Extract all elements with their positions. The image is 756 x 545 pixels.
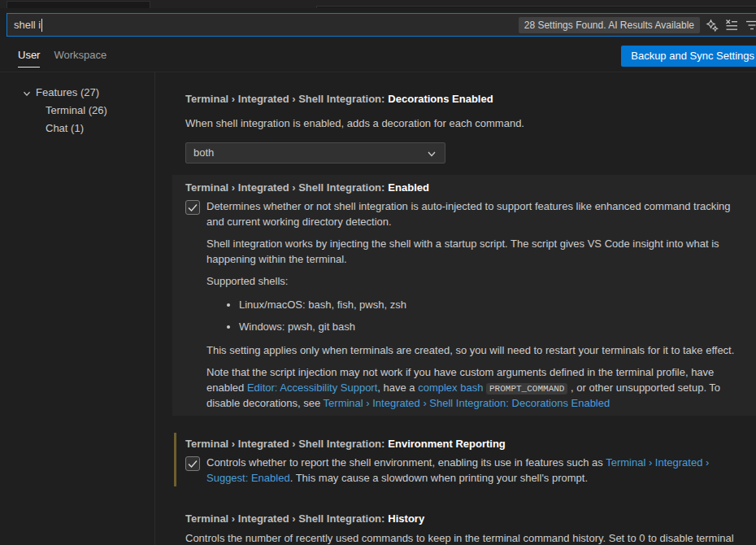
toc-count: (26)	[89, 104, 107, 116]
settings-search-input[interactable]: shell i 28 Settings Found. AI Results Av…	[7, 13, 756, 37]
setting-title: Terminal › Integrated › Shell Integratio…	[185, 437, 743, 451]
description-paragraph: Shell integration works by injecting the…	[206, 237, 743, 267]
sparkle-icon[interactable]	[706, 19, 719, 32]
bullet-item: Linux/macOS: bash, fish, pwsh, zsh	[239, 298, 743, 313]
text-caret	[41, 19, 42, 32]
setting-title-prefix: Terminal › Integrated › Shell Integratio…	[185, 93, 385, 105]
bullet-item: Windows: pwsh, git bash	[239, 320, 743, 335]
editor-tab-strip	[0, 0, 756, 8]
text-segment: . This may cause a slowdown when printin…	[290, 472, 588, 484]
code-chip: PROMPT_COMMAND	[486, 383, 567, 395]
settings-list: Terminal › Integrated › Shell Integratio…	[155, 72, 756, 545]
shell-integration-enabled-checkbox[interactable]	[185, 200, 200, 215]
tab-user[interactable]: User	[18, 49, 40, 68]
setting-title: Terminal › Integrated › Shell Integratio…	[185, 92, 743, 107]
settings-link[interactable]: Terminal › Integrated › Shell Integratio…	[324, 397, 610, 409]
toc-label: Features	[36, 86, 77, 98]
setting-row-shell-integration-enabled: Terminal › Integrated › Shell Integratio…	[172, 175, 756, 416]
setting-title: Terminal › Integrated › Shell Integratio…	[185, 512, 743, 526]
settings-editor: shell i 28 Settings Found. AI Results Av…	[0, 0, 756, 545]
environment-reporting-checkbox[interactable]	[185, 456, 200, 471]
toc-item-chat[interactable]: Chat (1)	[0, 120, 154, 137]
toc-count: (1)	[71, 122, 84, 134]
setting-description-body: Shell integration works by injecting the…	[206, 237, 743, 412]
toc-count: (27)	[80, 86, 99, 98]
description-paragraph: This setting applies only when terminals…	[206, 343, 743, 359]
decorations-enabled-select[interactable]: both	[185, 142, 445, 164]
description-paragraph-note: Note that the script injection may not w…	[206, 365, 743, 412]
clear-search-results-icon[interactable]	[725, 19, 738, 32]
editor-tab[interactable]	[7, 1, 150, 8]
text-segment: Controls whether to report the shell env…	[206, 456, 606, 469]
setting-description: Controls whether to report the shell env…	[206, 456, 743, 486]
editor-group-divider	[316, 6, 756, 8]
setting-title-name: Decorations Enabled	[388, 93, 493, 105]
setting-description: When shell integration is enabled, adds …	[185, 116, 743, 132]
chevron-down-icon	[425, 147, 438, 163]
scope-tabs: User Workspace	[18, 49, 106, 68]
setting-title-prefix: Terminal › Integrated › Shell Integratio…	[185, 438, 385, 450]
setting-title-name: Environment Reporting	[388, 438, 505, 450]
setting-description: Determines whether or not shell integrat…	[206, 199, 743, 229]
settings-toc: Features (27) Terminal (26) Chat (1)	[0, 72, 154, 545]
backup-sync-settings-button[interactable]: Backup and Sync Settings	[621, 46, 756, 67]
setting-title-name: Enabled	[388, 181, 429, 194]
tab-workspace[interactable]: Workspace	[54, 49, 106, 68]
setting-title-name: History	[388, 512, 424, 525]
toc-label: Chat	[46, 122, 67, 134]
setting-title: Terminal › Integrated › Shell Integratio…	[185, 181, 743, 195]
select-value: both	[193, 146, 214, 159]
toc-item-features[interactable]: Features (27)	[0, 84, 154, 102]
setting-row-history: Terminal › Integrated › Shell Integratio…	[172, 512, 756, 545]
settings-scope-header: User Workspace Backup and Sync Settings	[0, 44, 756, 72]
toc-item-terminal[interactable]: Terminal (26)	[0, 102, 154, 120]
search-query-text: shell i	[14, 19, 41, 31]
results-count-badge: 28 Settings Found. AI Results Available	[519, 17, 700, 33]
settings-link[interactable]: Editor: Accessibility Support	[247, 382, 377, 394]
setting-row-environment-reporting: Terminal › Integrated › Shell Integratio…	[172, 431, 756, 488]
modified-indicator	[174, 433, 176, 486]
text-segment: , have a	[377, 382, 418, 394]
description-paragraph: Supported shells:	[206, 274, 743, 290]
supported-shells-list: Linux/macOS: bash, fish, pwsh, zsh Windo…	[206, 298, 743, 335]
setting-description: Controls the number of recently used com…	[185, 531, 743, 545]
toc-label: Terminal	[46, 104, 85, 116]
setting-row-decorations-enabled: Terminal › Integrated › Shell Integratio…	[172, 92, 756, 164]
setting-title-prefix: Terminal › Integrated › Shell Integratio…	[185, 512, 385, 525]
settings-link[interactable]: complex bash	[418, 382, 483, 394]
setting-title-prefix: Terminal › Integrated › Shell Integratio…	[185, 181, 385, 194]
filter-icon[interactable]	[745, 19, 756, 32]
